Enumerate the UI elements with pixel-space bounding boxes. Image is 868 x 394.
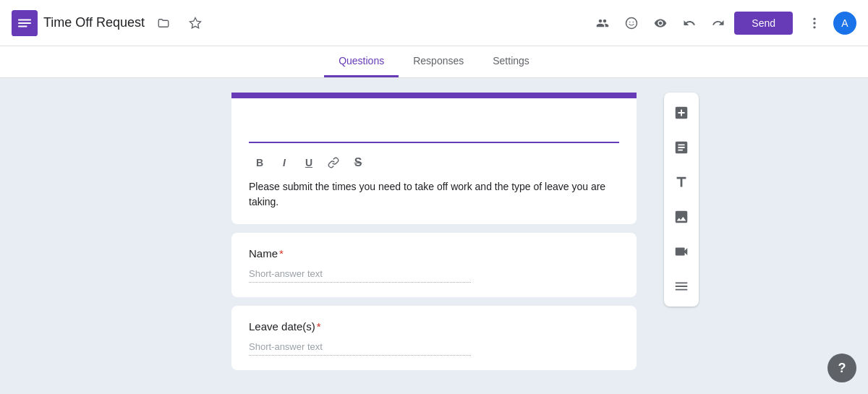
main-content: Time off request B I U S Please submit t… [0, 78, 868, 390]
italic-button[interactable]: I [273, 152, 295, 174]
svg-point-6 [629, 21, 631, 22]
topbar-right: Send A [590, 10, 856, 36]
topbar-left: Time Off Request [12, 10, 590, 36]
formatting-toolbar: B I U S [249, 152, 619, 174]
import-questions-button[interactable] [664, 130, 699, 165]
svg-rect-3 [18, 25, 27, 27]
app-icon [12, 10, 38, 36]
short-answer-placeholder-leave: Short-answer text [249, 341, 471, 356]
star-button[interactable] [182, 10, 208, 36]
more-options-button[interactable] [801, 10, 827, 36]
move-to-folder-button[interactable] [150, 10, 176, 36]
question-label-name: Name* [249, 247, 619, 260]
tabs-bar: Questions Responses Settings [0, 46, 868, 78]
svg-rect-2 [18, 22, 31, 24]
form-container: Time off request B I U S Please submit t… [231, 93, 637, 376]
tab-settings[interactable]: Settings [478, 46, 544, 77]
add-collaborators-button[interactable] [590, 10, 616, 36]
undo-button[interactable] [676, 10, 702, 36]
preview-button[interactable] [647, 10, 673, 36]
title-card: Time off request B I U S Please submit t… [231, 93, 637, 224]
svg-point-8 [813, 17, 815, 20]
app-title: Time Off Request [43, 15, 145, 30]
tab-questions[interactable]: Questions [324, 46, 399, 77]
emoji-reactions-button[interactable] [618, 10, 644, 36]
underline-button[interactable]: U [298, 152, 320, 174]
required-star-2: * [317, 320, 321, 333]
add-image-button[interactable] [664, 200, 699, 234]
strikethrough-button[interactable]: S [347, 152, 369, 174]
add-title-button[interactable] [664, 165, 699, 200]
topbar: Time Off Request [0, 0, 868, 46]
form-title-input[interactable]: Time off request [249, 116, 619, 143]
bold-button[interactable]: B [249, 152, 271, 174]
link-button[interactable] [323, 152, 344, 174]
svg-point-10 [813, 26, 815, 28]
required-star: * [279, 247, 284, 260]
add-section-button[interactable] [664, 269, 699, 304]
svg-point-5 [626, 17, 637, 28]
svg-rect-1 [18, 19, 31, 20]
question-card-name: Name* Short-answer text [231, 233, 637, 297]
svg-point-9 [813, 22, 815, 24]
question-label-leave-dates: Leave date(s)* [249, 320, 619, 333]
svg-marker-4 [190, 17, 201, 27]
redo-button[interactable] [705, 10, 731, 36]
avatar[interactable]: A [833, 12, 856, 35]
form-description: Please submit the times you need to take… [249, 179, 619, 210]
add-video-button[interactable] [664, 234, 699, 269]
send-button[interactable]: Send [734, 12, 793, 35]
tab-responses[interactable]: Responses [399, 46, 478, 77]
short-answer-placeholder-name: Short-answer text [249, 268, 471, 283]
svg-point-7 [633, 21, 634, 22]
side-toolbar [664, 93, 699, 307]
add-question-button[interactable] [664, 95, 699, 130]
question-card-leave-dates: Leave date(s)* Short-answer text [231, 306, 637, 370]
help-button[interactable]: ? [827, 354, 856, 382]
